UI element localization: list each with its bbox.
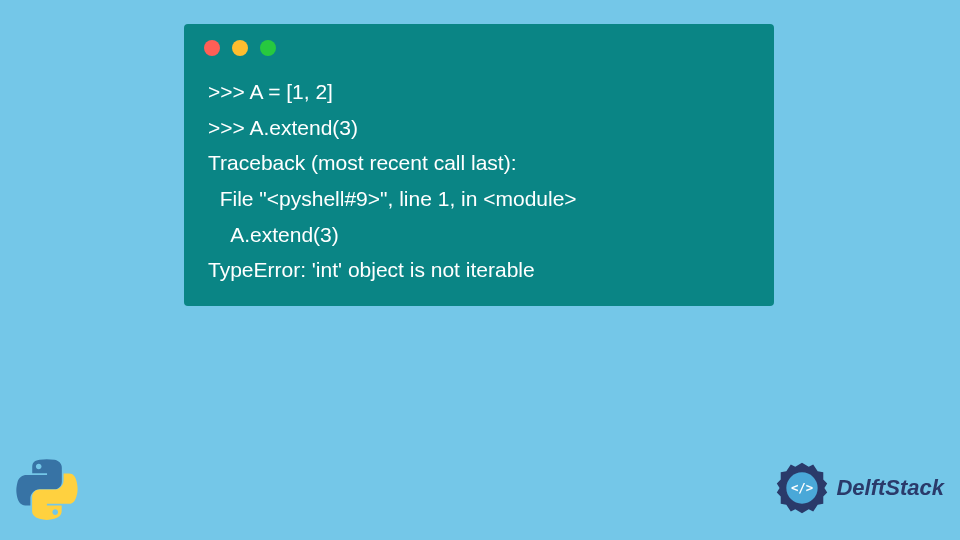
terminal-line: File "<pyshell#9>", line 1, in <module>: [208, 181, 750, 217]
delftstack-logo: </> DelftStack: [774, 460, 944, 516]
python-logo-icon: [16, 458, 78, 520]
terminal-line: Traceback (most recent call last):: [208, 145, 750, 181]
svg-text:</>: </>: [791, 481, 813, 495]
close-icon: [204, 40, 220, 56]
delftstack-badge-icon: </>: [774, 460, 830, 516]
delftstack-text: DelftStack: [836, 475, 944, 501]
window-controls: [184, 24, 774, 66]
terminal-line: A.extend(3): [208, 217, 750, 253]
terminal-content: >>> A = [1, 2] >>> A.extend(3) Traceback…: [184, 66, 774, 288]
terminal-line: >>> A = [1, 2]: [208, 74, 750, 110]
maximize-icon: [260, 40, 276, 56]
minimize-icon: [232, 40, 248, 56]
terminal-window: >>> A = [1, 2] >>> A.extend(3) Traceback…: [184, 24, 774, 306]
terminal-line: TypeError: 'int' object is not iterable: [208, 252, 750, 288]
terminal-line: >>> A.extend(3): [208, 110, 750, 146]
